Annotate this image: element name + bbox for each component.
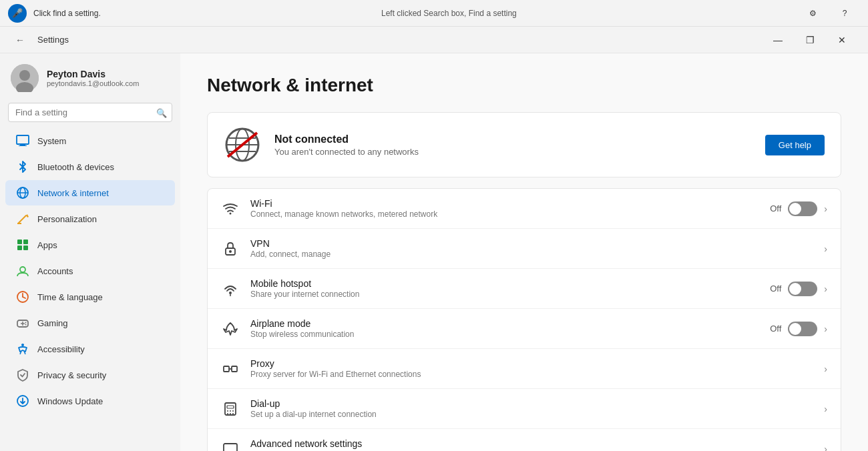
search-input[interactable] <box>8 103 172 122</box>
svg-point-48 <box>227 413 228 414</box>
svg-rect-13 <box>23 240 28 244</box>
mic-icon[interactable]: 🎤 <box>8 4 27 23</box>
sidebar-item-label: Windows Update <box>37 396 103 406</box>
sidebar-item-label: Bluetooth & devices <box>37 162 114 172</box>
sidebar-item-label: Gaming <box>37 318 68 328</box>
user-name: Peyton Davis <box>47 69 139 79</box>
help-icon-btn[interactable]: ? <box>829 3 860 24</box>
mobile_hotspot-right: Off › <box>770 282 827 296</box>
svg-rect-41 <box>232 366 237 372</box>
titlebar: 🎤 Click find a setting. Left clicked Sea… <box>0 0 868 27</box>
main-layout: Peyton Davis peytondavis.1@outlook.com 🔍… <box>0 53 868 451</box>
user-profile[interactable]: Peyton Davis peytondavis.1@outlook.com <box>0 53 180 100</box>
sidebar-item-time[interactable]: Time & language <box>5 284 175 310</box>
not-connected-info: Not connected You aren't connected to an… <box>274 133 752 157</box>
wifi-subtitle: Connect, manage known networks, metered … <box>250 209 759 219</box>
toggle-label-airplane_mode: Off <box>770 324 781 334</box>
accessibility-icon <box>16 342 29 356</box>
sidebar-item-gaming[interactable]: Gaming <box>5 310 175 336</box>
nav-list: System Bluetooth & devices Network & int… <box>0 127 180 414</box>
settings-item-wifi[interactable]: Wi-Fi Connect, manage known networks, me… <box>208 189 841 229</box>
settings-item-dialup[interactable]: Dial-up Set up a dial-up internet connec… <box>208 389 841 429</box>
sidebar-item-bluetooth[interactable]: Bluetooth & devices <box>5 154 175 179</box>
svg-point-1 <box>19 70 30 81</box>
titlebar-status: Left clicked Search box, Find a setting <box>107 9 791 18</box>
settings-item-airplane_mode[interactable]: Airplane mode Stop wireless communicatio… <box>208 309 841 349</box>
settings-item-proxy[interactable]: Proxy Proxy server for Wi-Fi and Etherne… <box>208 349 841 389</box>
svg-rect-4 <box>20 144 25 145</box>
sidebar-item-accounts[interactable]: Accounts <box>5 258 175 284</box>
not-connected-subtitle: You aren't connected to any networks <box>274 147 752 157</box>
time-icon <box>16 290 29 304</box>
proxy-subtitle: Proxy server for Wi-Fi and Ethernet conn… <box>250 370 813 379</box>
svg-rect-12 <box>17 240 22 244</box>
settings-list: Wi-Fi Connect, manage known networks, me… <box>207 188 841 451</box>
windows_update-icon <box>16 394 29 408</box>
sidebar-item-label: Privacy & security <box>37 370 106 380</box>
chevron-dialup: › <box>824 404 827 414</box>
network-icon <box>16 186 29 199</box>
toggle-airplane_mode[interactable] <box>788 322 817 336</box>
chevron-proxy: › <box>824 364 827 374</box>
privacy-icon <box>16 368 29 382</box>
dialup-title: Dial-up <box>250 398 813 409</box>
mobile_hotspot-title: Mobile hotspot <box>250 278 759 289</box>
sidebar-item-label: Network & internet <box>37 188 109 198</box>
chevron-mobile_hotspot: › <box>824 284 827 294</box>
get-help-button[interactable]: Get help <box>765 135 825 155</box>
content-area: Network & internet Not connected You a <box>180 53 868 451</box>
airplane_mode-right: Off › <box>770 322 827 336</box>
settings-icon-btn[interactable]: ⚙ <box>797 3 828 24</box>
wifi-info: Wi-Fi Connect, manage known networks, me… <box>250 198 759 219</box>
svg-rect-3 <box>17 135 29 144</box>
close-button[interactable]: ✕ <box>827 29 857 51</box>
svg-point-23 <box>25 322 27 324</box>
personalization-icon <box>16 212 29 226</box>
svg-rect-44 <box>227 406 234 408</box>
sidebar-item-accessibility[interactable]: Accessibility <box>5 336 175 362</box>
settings-item-mobile_hotspot[interactable]: Mobile hotspot Share your internet conne… <box>208 269 841 309</box>
settings-item-advanced[interactable]: Advanced network settings View all netwo… <box>208 429 841 451</box>
sidebar-item-label: Accessibility <box>37 344 85 354</box>
search-icon: 🔍 <box>156 107 167 117</box>
svg-point-35 <box>230 212 232 214</box>
airplane_mode-title: Airplane mode <box>250 318 759 329</box>
search-box: 🔍 <box>8 103 172 122</box>
settings-item-vpn[interactable]: VPN Add, connect, manage › <box>208 229 841 269</box>
wifi-icon <box>221 199 240 218</box>
toggle-mobile_hotspot[interactable] <box>788 282 817 296</box>
sidebar-item-network[interactable]: Network & internet <box>5 180 175 205</box>
svg-point-25 <box>21 344 24 346</box>
sidebar-item-privacy[interactable]: Privacy & security <box>5 362 175 388</box>
svg-rect-5 <box>19 145 27 146</box>
svg-point-46 <box>230 410 231 412</box>
sidebar-item-windows_update[interactable]: Windows Update <box>5 388 175 414</box>
back-button[interactable]: ← <box>11 31 29 49</box>
sidebar-item-label: Time & language <box>37 292 103 302</box>
svg-point-45 <box>227 410 228 412</box>
svg-point-24 <box>25 324 27 326</box>
titlebar-controls: ⚙ ? <box>797 3 860 24</box>
sidebar-item-apps[interactable]: Apps <box>5 232 175 258</box>
apps-icon <box>16 238 29 252</box>
toggle-label-wifi: Off <box>770 203 781 213</box>
sidebar-item-personalization[interactable]: Personalization <box>5 206 175 232</box>
restore-button[interactable]: ❐ <box>795 29 825 51</box>
minimize-button[interactable]: — <box>763 29 793 51</box>
user-email: peytondavis.1@outlook.com <box>47 79 139 87</box>
svg-point-47 <box>232 410 234 412</box>
accounts-icon <box>16 264 29 278</box>
advanced-info: Advanced network settings View all netwo… <box>250 438 813 451</box>
page-title: Network & internet <box>207 75 841 96</box>
chevron-vpn: › <box>824 244 827 254</box>
toggle-wifi[interactable] <box>788 201 817 216</box>
airplane_mode-info: Airplane mode Stop wireless communicatio… <box>250 318 759 339</box>
sidebar-item-system[interactable]: System <box>5 128 175 153</box>
dialup-subtitle: Set up a dial-up internet connection <box>250 410 813 419</box>
airplane_mode-icon <box>221 320 240 338</box>
avatar <box>11 64 39 92</box>
svg-point-38 <box>229 292 232 294</box>
svg-line-19 <box>23 297 25 298</box>
vpn-icon <box>221 240 240 258</box>
sidebar: Peyton Davis peytondavis.1@outlook.com 🔍… <box>0 53 180 451</box>
